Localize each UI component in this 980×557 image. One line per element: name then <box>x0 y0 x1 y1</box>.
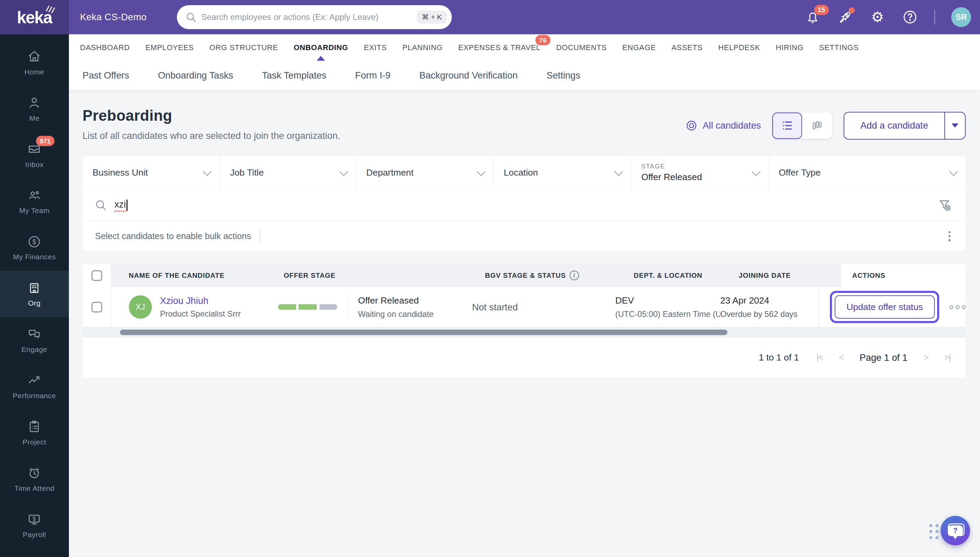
page-title: Preboarding <box>83 107 341 124</box>
info-icon[interactable]: i <box>570 270 579 280</box>
select-all-checkbox[interactable] <box>91 270 102 281</box>
sidebar-item-org[interactable]: Org <box>0 270 69 317</box>
search-icon <box>95 199 107 211</box>
horizontal-scrollbar-thumb[interactable] <box>120 330 727 335</box>
global-search-input[interactable] <box>201 12 417 22</box>
subtab-past-offers[interactable]: Past Offers <box>83 70 129 81</box>
candidate-role: Product Specialist Srrr <box>160 309 241 319</box>
help-chat-fab[interactable]: ? <box>941 516 970 546</box>
chat-bubbles-icon <box>27 327 42 342</box>
next-page-button[interactable]: > <box>924 353 928 363</box>
filter-offer-type[interactable]: Offer Type <box>769 156 965 189</box>
search-icon <box>186 12 196 23</box>
scope-icon <box>685 119 698 132</box>
add-candidate-button[interactable]: Add a candidate <box>844 112 944 139</box>
page-subtitle: List of all candidates who are selected … <box>83 130 341 141</box>
filter-location[interactable]: Location <box>493 156 631 189</box>
whats-new-button[interactable] <box>837 9 853 25</box>
sidebar-item-project[interactable]: Project <box>0 409 69 456</box>
candidate-name-link[interactable]: Xziou Jhiuh <box>160 295 241 306</box>
bulk-actions-bar: Select candidates to enable bulk actions <box>83 221 965 251</box>
candidate-search[interactable]: xzi <box>83 189 965 221</box>
sidebar-item-time-attend[interactable]: Time Attend <box>0 456 69 502</box>
keka-logo[interactable]: keka /// <box>0 0 69 34</box>
team-icon <box>27 188 42 203</box>
sidebar: Home Me 971 Inbox My Team $ My Finances … <box>0 34 69 557</box>
row-more-menu[interactable] <box>949 305 965 309</box>
person-icon <box>27 95 42 111</box>
sidebar-item-performance[interactable]: Performance <box>0 363 69 409</box>
tab-engage[interactable]: ENGAGE <box>623 34 656 61</box>
building-icon <box>27 280 42 296</box>
horizontal-scrollbar-track[interactable] <box>83 327 965 337</box>
topbar-divider <box>935 10 935 25</box>
sidebar-item-my-team[interactable]: My Team <box>0 178 69 225</box>
view-toggle <box>772 112 832 139</box>
pagination-range: 1 to 1 of 1 <box>759 352 799 363</box>
filter-job-title[interactable]: Job Title <box>220 156 356 189</box>
top-nav: DASHBOARD EMPLOYEES ORG STRUCTURE ONBOAR… <box>69 34 980 61</box>
list-view-button[interactable] <box>772 112 802 139</box>
offer-status-sub: Waiting on candidate <box>358 310 433 319</box>
table-header-row: NAME OF THE CANDIDATE OFFER STAGE BGV ST… <box>83 264 965 287</box>
col-header-offer-stage: OFFER STAGE <box>284 264 485 287</box>
tab-expenses-travel[interactable]: EXPENSES & TRAVEL76 <box>458 34 540 61</box>
candidate-avatar: XJ <box>129 295 152 318</box>
tab-org-structure[interactable]: ORG STRUCTURE <box>209 34 278 61</box>
tab-dashboard[interactable]: DASHBOARD <box>80 34 130 61</box>
tab-onboarding[interactable]: ONBOARDING <box>294 34 348 61</box>
tab-employees[interactable]: EMPLOYEES <box>145 34 194 61</box>
inbox-icon: 971 <box>27 142 42 157</box>
filter-department[interactable]: Department <box>356 156 493 189</box>
add-candidate-split-button: Add a candidate <box>844 112 965 139</box>
location-value: (UTC-05:00) Eastern Time (U <box>615 310 720 319</box>
first-page-button[interactable]: |< <box>816 353 823 363</box>
gear-icon: ⚙ <box>871 10 884 24</box>
prev-page-button[interactable]: < <box>839 353 843 363</box>
last-page-button[interactable]: >| <box>944 353 951 363</box>
sidebar-item-inbox[interactable]: 971 Inbox <box>0 132 69 178</box>
subtab-background-verification[interactable]: Background Verification <box>419 70 518 81</box>
filter-business-unit[interactable]: Business Unit <box>83 156 220 189</box>
inbox-badge: 971 <box>36 136 55 146</box>
expenses-badge: 76 <box>535 35 551 45</box>
all-candidates-link[interactable]: All candidates <box>685 119 761 132</box>
help-button[interactable] <box>902 9 918 25</box>
clear-filter-icon[interactable] <box>938 197 953 213</box>
kanban-view-button[interactable] <box>802 112 832 139</box>
subtab-onboarding-tasks[interactable]: Onboarding Tasks <box>158 70 234 81</box>
sub-nav: Past Offers Onboarding Tasks Task Templa… <box>69 61 980 91</box>
alarm-clock-icon <box>27 466 42 480</box>
global-search[interactable]: ⌘ + K <box>177 5 452 29</box>
subtab-settings[interactable]: Settings <box>547 70 580 81</box>
add-candidate-dropdown[interactable] <box>944 112 965 139</box>
tab-assets[interactable]: ASSETS <box>672 34 703 61</box>
highlight-ring: Update offer status <box>830 291 939 323</box>
settings-button[interactable]: ⚙ <box>869 9 885 25</box>
notifications-button[interactable]: 15 <box>805 9 821 25</box>
search-input-value[interactable]: xzi <box>115 199 126 212</box>
sidebar-item-engage[interactable]: Engage <box>0 317 69 363</box>
chat-question-icon: ? <box>948 526 963 536</box>
tab-documents[interactable]: DOCUMENTS <box>557 34 607 61</box>
more-options-icon[interactable] <box>946 228 953 244</box>
sidebar-item-me[interactable]: Me <box>0 86 69 132</box>
update-offer-status-button[interactable]: Update offer status <box>835 295 935 319</box>
top-bar: keka /// Keka CS-Demo ⌘ + K 15 ⚙ SR <box>0 0 980 34</box>
joining-date: 23 Apr 2024 <box>720 295 818 306</box>
tab-helpdesk[interactable]: HELPDESK <box>718 34 760 61</box>
filter-stage[interactable]: STAGE Offer Released <box>631 156 769 189</box>
user-avatar[interactable]: SR <box>951 7 971 27</box>
subtab-form-i9[interactable]: Form I-9 <box>355 70 390 81</box>
sidebar-item-home[interactable]: Home <box>0 39 69 86</box>
tab-planning[interactable]: PLANNING <box>402 34 443 61</box>
tab-exits[interactable]: EXITS <box>364 34 387 61</box>
tab-settings[interactable]: SETTINGS <box>819 34 859 61</box>
widget-drag-handle[interactable] <box>929 524 938 539</box>
sidebar-item-my-finances[interactable]: $ My Finances <box>0 225 69 271</box>
tab-hiring[interactable]: HIRING <box>776 34 803 61</box>
row-checkbox[interactable] <box>91 302 102 313</box>
trend-up-icon <box>27 373 42 388</box>
sidebar-item-payroll[interactable]: $ Payroll <box>0 502 69 549</box>
subtab-task-templates[interactable]: Task Templates <box>262 70 326 81</box>
